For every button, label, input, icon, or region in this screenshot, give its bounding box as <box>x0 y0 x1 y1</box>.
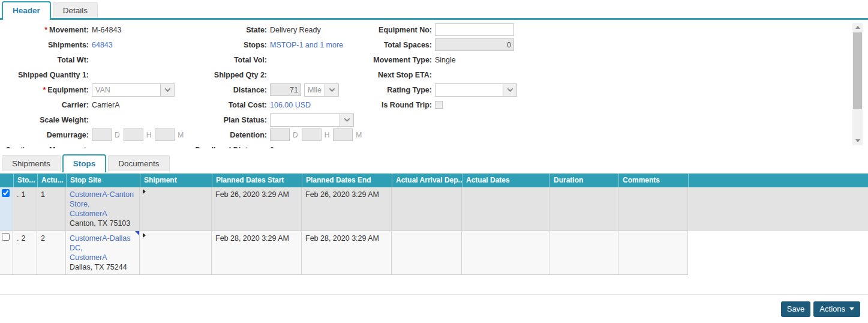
plan-status-select[interactable] <box>270 113 354 127</box>
total-spaces-input[interactable] <box>435 38 514 51</box>
field-total-wt: Total Wt: <box>0 52 180 67</box>
actions-button[interactable]: Actions <box>813 301 860 317</box>
caret-down-icon <box>849 307 854 310</box>
row-checkbox[interactable] <box>2 233 10 241</box>
distance-unit-select[interactable]: Mile <box>304 83 339 97</box>
deadhead-value: 0 <box>270 146 274 149</box>
col-comments[interactable]: Comments <box>618 174 688 187</box>
stops-link[interactable]: MSTOP-1 and 1 more <box>270 41 343 49</box>
comments-cell <box>618 231 688 275</box>
field-is-round-trip: Is Round Trip: <box>339 97 537 112</box>
field-carrier: Carrier: CarrierA <box>0 97 180 112</box>
row-select-cell <box>0 231 13 275</box>
col-shipment[interactable]: Shipment <box>140 174 212 187</box>
field-movement: *Movement: M-64843 <box>0 22 180 37</box>
distance-input[interactable] <box>270 83 301 96</box>
row-dot: . <box>17 190 19 199</box>
detention-days-input[interactable] <box>270 128 290 141</box>
actual-number-cell: 2 <box>37 231 66 275</box>
header-filler <box>688 174 868 187</box>
tab-header[interactable]: Header <box>2 1 51 20</box>
chevron-down-icon <box>160 84 174 96</box>
field-equipment: *Equipment: VAN <box>0 82 180 97</box>
footer-bar: Save Actions <box>0 294 868 323</box>
shipment-cell[interactable] <box>140 231 212 275</box>
note-corner-icon <box>135 231 139 235</box>
field-rating-type: Rating Type: <box>339 82 537 97</box>
field-detention: Detention: D H M <box>174 127 372 142</box>
col-stop-site[interactable]: Stop Site <box>66 174 140 187</box>
planned-end-cell: Feb 28, 2020 3:29 AM <box>302 231 392 275</box>
col-planned-dates-end[interactable]: Planned Dates End <box>302 174 392 187</box>
equipment-select[interactable]: VAN <box>92 83 175 97</box>
tab-stops[interactable]: Stops <box>62 154 107 172</box>
stop-number-cell: .2 <box>13 231 37 275</box>
demurrage-hours-input[interactable] <box>124 128 143 141</box>
stop-row-1[interactable]: .1 1 CustomerA-Canton Store, CustomerA C… <box>0 187 868 231</box>
actual-dates-cell <box>462 187 549 231</box>
required-asterisk: * <box>44 26 47 34</box>
tab-details[interactable]: Details <box>53 2 98 18</box>
stops-grid-header: Sto... Actu... Stop Site Shipment Planne… <box>0 174 868 187</box>
col-stop-number[interactable]: Sto... <box>13 174 37 187</box>
carrier-value: CarrierA <box>92 101 120 109</box>
field-movement-type: Movement Type: Single <box>339 52 537 67</box>
stop-row-2[interactable]: .2 2 CustomerA-Dallas DC, CustomerA Dall… <box>0 231 868 275</box>
col-actual-number[interactable]: Actu... <box>37 174 66 187</box>
scroll-up-icon[interactable] <box>852 23 863 32</box>
detention-hours-input[interactable] <box>302 128 322 141</box>
col-planned-dates-start[interactable]: Planned Dates Start <box>212 174 302 187</box>
demurrage-minutes-input[interactable] <box>155 128 175 141</box>
is-round-trip-checkbox[interactable] <box>435 101 443 109</box>
detail-marker-icon <box>143 233 146 238</box>
movement-type-value: Single <box>435 56 456 64</box>
duration-cell <box>549 187 618 231</box>
shipments-link[interactable]: 64843 <box>92 41 113 49</box>
field-shipments: Shipments: 64843 <box>0 37 180 52</box>
customer-link[interactable]: CustomerA <box>70 210 107 218</box>
tab-documents[interactable]: Documents <box>108 155 169 171</box>
stop-site-cell: CustomerA-Dallas DC, CustomerA Dallas, T… <box>66 231 140 275</box>
stop-address: Dallas, TX 75244 <box>70 263 127 271</box>
row-checkbox[interactable] <box>2 189 10 197</box>
planned-start-cell: Feb 26, 2020 3:29 AM <box>212 187 302 231</box>
stop-site-cell: CustomerA-Canton Store, CustomerA Canton… <box>66 187 140 231</box>
field-total-spaces: Total Spaces: <box>339 37 537 52</box>
field-scale-weight: Scale Weight: <box>0 112 180 127</box>
col-select[interactable] <box>0 174 13 187</box>
planned-start-cell: Feb 28, 2020 3:29 AM <box>212 231 302 275</box>
planned-end-cell: Feb 26, 2020 3:29 AM <box>302 187 392 231</box>
row-filler <box>688 187 868 231</box>
col-duration[interactable]: Duration <box>549 174 618 187</box>
stop-site-link[interactable]: CustomerA-Dallas DC, <box>70 234 130 252</box>
detention-minutes-input[interactable] <box>333 128 353 141</box>
field-continuous-movement: Continuous Movement: <box>0 142 180 148</box>
save-button[interactable]: Save <box>781 301 811 317</box>
field-equipment-no: Equipment No: <box>339 22 537 37</box>
chevron-down-icon <box>325 84 338 96</box>
actual-arrival-dep-cell <box>392 187 462 231</box>
scrollbar-thumb[interactable] <box>853 32 862 109</box>
state-value: Delivery Ready <box>270 26 321 34</box>
duration-cell <box>549 231 618 275</box>
col-actual-dates[interactable]: Actual Dates <box>462 174 549 187</box>
required-asterisk: * <box>43 86 46 94</box>
equipment-no-input[interactable] <box>435 23 514 36</box>
stops-grid: Sto... Actu... Stop Site Shipment Planne… <box>0 174 868 275</box>
shipment-cell[interactable] <box>140 187 212 231</box>
form-scrollbar[interactable] <box>852 23 863 145</box>
scroll-down-icon[interactable] <box>852 136 863 145</box>
stop-site-link[interactable]: CustomerA-Canton Store, <box>70 190 134 208</box>
row-dot: . <box>17 234 19 243</box>
row-filler <box>688 231 868 275</box>
total-cost-link[interactable]: 106.00 USD <box>270 101 311 109</box>
rating-type-select[interactable] <box>435 83 517 97</box>
chevron-down-icon <box>340 114 353 126</box>
col-actual-arrival-dep[interactable]: Actual Arrival Dep... <box>392 174 462 187</box>
actual-number-cell: 1 <box>37 187 66 231</box>
tab-shipments[interactable]: Shipments <box>2 155 61 171</box>
field-plan-status: Plan Status: <box>174 112 372 127</box>
demurrage-days-input[interactable] <box>92 128 112 141</box>
customer-link[interactable]: CustomerA <box>70 253 107 262</box>
detail-tabbar: Shipments Stops Documents <box>0 153 868 171</box>
